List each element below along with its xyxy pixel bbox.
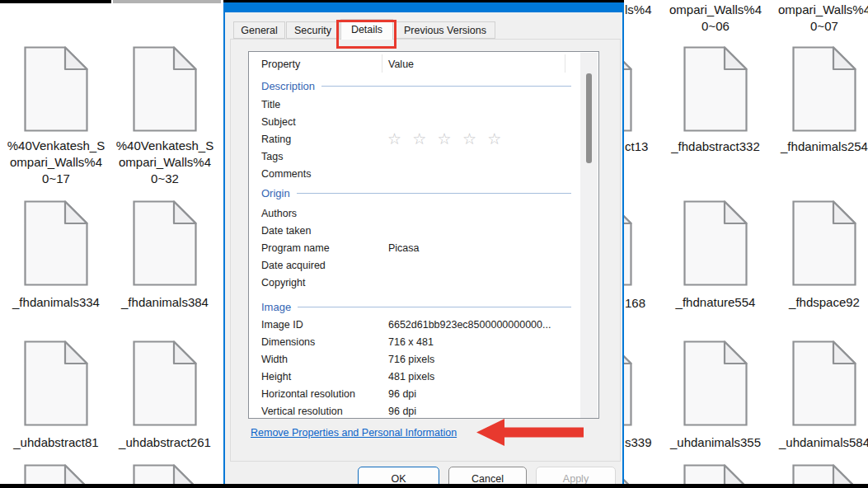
file-label[interactable]: _uhdabstract81 <box>0 434 112 451</box>
file-icon[interactable] <box>133 46 197 132</box>
file-label[interactable]: _fhdanimals384 <box>109 294 221 311</box>
cancel-button-label: Cancel <box>472 473 504 485</box>
tab-general-label: General <box>241 25 277 36</box>
annotation-highlight-box <box>336 20 396 49</box>
file-label[interactable]: _fhdabstract332 <box>659 138 772 155</box>
property-row: Image ID 6652d61bb923ec8500000000000... <box>249 319 598 332</box>
file-label-fragment[interactable]: ct13 <box>625 138 648 155</box>
file-icon[interactable] <box>24 46 88 132</box>
apply-button-label: Apply <box>563 473 589 485</box>
section-origin: Origin <box>261 187 598 199</box>
property-row: Title <box>249 99 598 112</box>
tab-previous-versions-label: Previous Versions <box>404 25 486 36</box>
property-row-rating: Rating ☆ ☆ ☆ ☆ ☆ <box>249 134 598 147</box>
property-row: Date acquired <box>249 260 598 273</box>
top-window-remnant-dark <box>0 0 111 3</box>
section-title: Image <box>261 301 291 313</box>
property-row: Dimensions 716 x 481 <box>249 336 598 350</box>
file-icon[interactable] <box>792 200 856 286</box>
file-icon[interactable] <box>683 340 748 426</box>
bottom-edge-bar <box>0 484 868 488</box>
property-row: Date taken <box>249 225 598 238</box>
property-row: Authors <box>249 208 598 221</box>
file-icon[interactable] <box>24 200 88 286</box>
file-label-fragment[interactable]: ls%4 <box>625 2 652 18</box>
file-label[interactable]: _fhdspace92 <box>768 294 868 311</box>
file-label[interactable]: ompari_Walls%4 0~07 <box>768 2 868 35</box>
property-row: Width 716 pixels <box>249 354 598 367</box>
property-row: Vertical resolution 96 dpi <box>249 406 598 419</box>
file-label[interactable]: _uhdanimals355 <box>659 434 772 451</box>
file-label[interactable]: ompari_Walls%4 0~06 <box>659 2 772 35</box>
property-row: Comments <box>249 168 598 181</box>
top-window-remnant-light <box>113 0 221 3</box>
scrollbar-thumb[interactable] <box>586 73 592 163</box>
column-divider[interactable] <box>565 54 565 73</box>
ok-button-label: OK <box>391 473 406 485</box>
property-row: Copyright <box>249 277 598 290</box>
file-label[interactable]: _fhdanimals254 <box>768 138 868 155</box>
file-icon[interactable] <box>133 200 197 286</box>
file-icon[interactable] <box>24 340 88 426</box>
property-row: Height 481 pixels <box>249 371 598 384</box>
section-description: Description <box>261 80 598 92</box>
annotation-arrow-icon <box>476 419 584 446</box>
column-header-value[interactable]: Value <box>388 59 414 70</box>
property-row: Tags <box>249 151 598 164</box>
section-rule <box>321 86 571 87</box>
property-row: Horizontal resolution 96 dpi <box>249 388 598 401</box>
tab-general[interactable]: General <box>233 21 285 39</box>
property-row: Subject <box>249 116 598 129</box>
dialog-titlebar[interactable] <box>223 2 624 12</box>
section-rule <box>297 193 571 194</box>
file-label[interactable]: _fhdnature554 <box>659 294 772 311</box>
file-icon[interactable] <box>133 340 197 426</box>
properties-dialog: General Security Details Previous Versio… <box>223 0 624 488</box>
screen: ompari_Walls%4 0~06 ompari_Walls%4 0~07 … <box>0 0 868 488</box>
file-label[interactable]: _fhdanimals334 <box>0 294 112 311</box>
column-header-property[interactable]: Property <box>261 59 300 70</box>
file-icon[interactable] <box>683 46 748 132</box>
file-icon[interactable] <box>792 340 856 426</box>
column-divider[interactable] <box>382 54 382 73</box>
section-title: Origin <box>261 187 290 199</box>
file-label-fragment[interactable]: 168 <box>625 295 645 312</box>
file-label[interactable]: _uhdabstract261 <box>109 434 221 451</box>
remove-properties-link[interactable]: Remove Properties and Personal Informati… <box>251 427 457 439</box>
properties-list: Property Value Description Title Subject… <box>248 51 599 419</box>
tab-security-label: Security <box>294 25 331 36</box>
file-label[interactable]: %40Venkatesh_S ompari_Walls%4 0~17 <box>0 138 112 187</box>
property-row: Program name Picasa <box>249 242 598 256</box>
file-icon[interactable] <box>683 200 748 286</box>
rating-stars[interactable]: ☆ ☆ ☆ ☆ ☆ <box>387 129 504 148</box>
file-label[interactable]: %40Venkatesh_S ompari_Walls%4 0~32 <box>109 138 221 187</box>
section-title: Description <box>261 80 315 92</box>
file-icon[interactable] <box>792 46 856 132</box>
scrollbar-track[interactable] <box>580 53 598 418</box>
section-rule <box>298 307 571 307</box>
file-label-fragment[interactable]: s339 <box>625 434 652 451</box>
tab-security[interactable]: Security <box>286 21 340 39</box>
file-label[interactable]: _uhdanimals584 <box>768 434 868 451</box>
section-image: Image <box>261 301 598 312</box>
tab-previous-versions[interactable]: Previous Versions <box>395 21 495 39</box>
